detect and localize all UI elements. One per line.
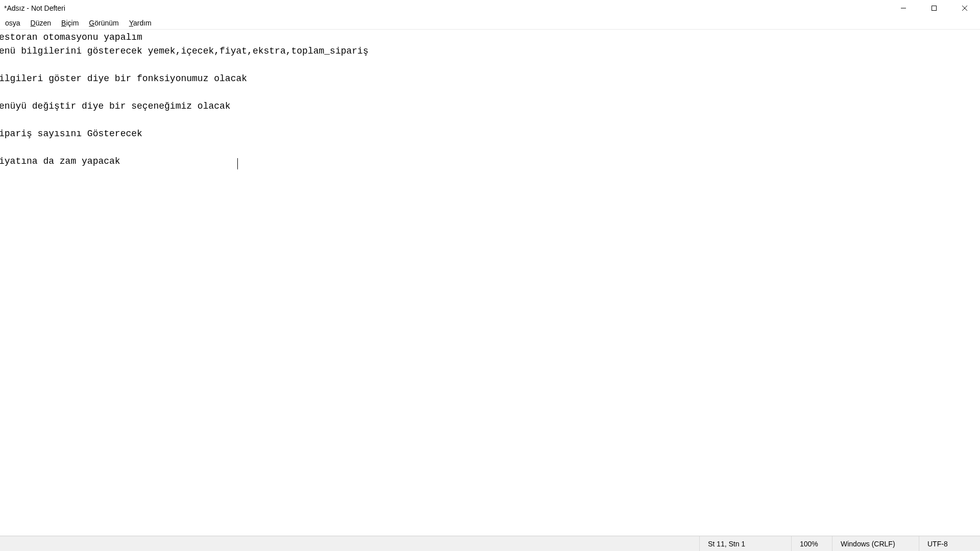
titlebar-left: *Adsız - Not Defteri bbox=[4, 4, 65, 12]
menu-edit-label: D bbox=[31, 19, 36, 27]
text-editor[interactable]: estoran otomasyonu yapalım enü bilgileri… bbox=[0, 30, 979, 536]
menu-format-label: B bbox=[61, 19, 66, 27]
status-line-ending: Windows (CRLF) bbox=[832, 536, 919, 551]
menu-format[interactable]: Biçim bbox=[56, 17, 84, 29]
minimize-icon bbox=[900, 5, 906, 11]
maximize-button[interactable] bbox=[919, 0, 949, 16]
minimize-button[interactable] bbox=[888, 0, 919, 16]
menu-view[interactable]: Görünüm bbox=[84, 17, 124, 29]
menu-view-label: G bbox=[89, 19, 94, 27]
close-icon bbox=[962, 5, 968, 11]
menubar: osya Düzen Biçim Görünüm Yardım bbox=[0, 16, 980, 30]
menu-view-rest: örünüm bbox=[94, 19, 118, 27]
menu-format-rest: içim bbox=[66, 19, 79, 27]
window-controls bbox=[888, 0, 980, 16]
menu-help[interactable]: Yardım bbox=[124, 17, 157, 29]
menu-help-label: Y bbox=[129, 19, 133, 27]
status-zoom: 100% bbox=[791, 536, 832, 551]
statusbar: St 11, Stn 1 100% Windows (CRLF) UTF-8 bbox=[0, 536, 980, 551]
close-button[interactable] bbox=[949, 0, 980, 16]
status-position: St 11, Stn 1 bbox=[699, 536, 791, 551]
maximize-icon bbox=[931, 5, 937, 11]
menu-help-rest: ardım bbox=[133, 19, 152, 27]
titlebar: *Adsız - Not Defteri bbox=[0, 0, 980, 16]
menu-edit[interactable]: Düzen bbox=[26, 17, 56, 29]
menu-file[interactable]: osya bbox=[0, 17, 26, 29]
menu-edit-rest: üzen bbox=[36, 19, 51, 27]
status-encoding: UTF-8 bbox=[919, 536, 980, 551]
svg-rect-1 bbox=[932, 6, 937, 11]
window-title: *Adsız - Not Defteri bbox=[4, 4, 65, 12]
